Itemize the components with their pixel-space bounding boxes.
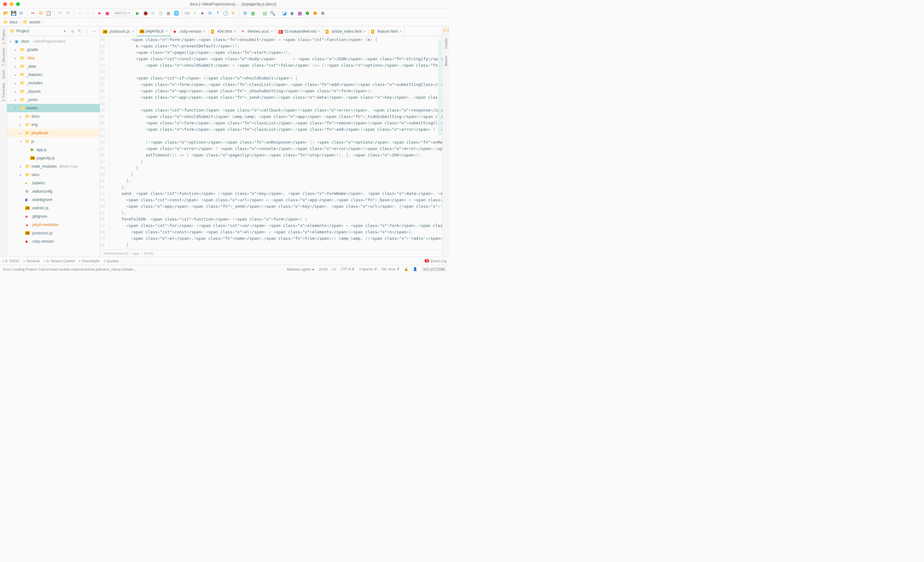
redo-icon[interactable]: ↷ [65,10,71,16]
gradle-tool[interactable]: Gradle [444,36,448,51]
minimize-icon[interactable]: — [92,29,97,33]
tool-project[interactable]: 1: Project [2,28,6,46]
inspector-icon[interactable]: 👤 [413,267,417,271]
back-icon[interactable]: ← [76,10,83,16]
maximize-window-button[interactable] [16,2,20,6]
tool-grunt[interactable]: Grunt [2,68,6,81]
run-config-selector[interactable]: WATCH▾ [112,10,133,16]
tree-item-gradle[interactable]: ▸📁.gradle [7,46,100,54]
cut-icon[interactable]: ✂ [30,10,36,16]
tree-item-idea[interactable]: ▸📁.idea [7,54,100,62]
cursor-position[interactable]: 20:60 [319,268,328,271]
tree-item-img[interactable]: ▸📁img [7,121,100,129]
save-icon[interactable]: 💾 [10,10,16,16]
line-sep[interactable]: LF [332,268,336,271]
more-icon[interactable]: ⋮ [85,29,90,33]
tree-item-js[interactable]: ▾📁js [7,137,100,145]
editor-scrollbar[interactable] [438,40,441,136]
undo-icon[interactable]: ↶ [57,10,63,16]
profile-icon[interactable]: ◷ [158,10,164,16]
debug-icon[interactable]: 🐞 [142,10,148,16]
tree-item-eslintrcjs[interactable]: JS.eslintrc.js [7,204,100,212]
tree-item-eslintignore[interactable]: ◐.eslintignore [7,196,100,204]
close-tab-icon[interactable]: × [399,29,402,34]
theme-indicator[interactable]: Material Lighter ● [287,268,314,271]
forward-icon[interactable]: → [84,10,91,16]
tree-item-_data[interactable]: ▸📁_data [7,62,100,70]
tab-404html[interactable]: 5404.html× [208,26,239,36]
tree-item-jekyllbuild[interactable]: ▸📁jekyllbuild [7,129,100,137]
tab-pageclipjs[interactable]: JSpageclip.js× [137,26,171,36]
tool-favorites[interactable]: 2: Favorites [2,81,6,103]
excel-icon[interactable]: ▤ [261,10,268,16]
coverage-icon[interactable]: ⊙ [150,10,156,16]
event-log-button[interactable]: 3 Event Log [424,259,447,263]
close-tab-icon[interactable]: × [203,29,206,34]
tool-c-icon[interactable]: ▦ [297,10,303,16]
git-commit-icon[interactable]: ➤ [199,10,206,16]
stop-icon[interactable]: ◼ [165,10,172,16]
git-update-icon[interactable]: ⟳ [207,10,213,16]
tool-f-icon[interactable]: ⬢ [320,10,326,16]
compile-icon[interactable]: ➤ [96,10,103,16]
tree-item-_includes[interactable]: ▸📁_includes [7,79,100,87]
warning-badge[interactable]: ⚡2 [442,28,450,33]
tool-6todo[interactable]: ▪6: TODO [3,259,19,263]
tool-quokka[interactable]: ▪Quokka [104,259,119,263]
settings-icon[interactable]: ⚙ [242,10,248,16]
tool-structure[interactable]: 7: Structure [2,46,6,68]
close-window-button[interactable] [3,2,7,6]
tab-article_indexhtml[interactable]: 5article_index.html× [323,26,369,36]
copy-icon[interactable]: ⧉ [38,10,44,16]
collapse-icon[interactable]: ⇱ [78,29,83,33]
status-message[interactable]: Error Loading Project: Cannot load modul… [3,268,136,271]
tree-item-postcssrcjs[interactable]: JS.postcssrc.js [7,229,100,237]
close-tab-icon[interactable]: × [318,29,321,34]
tab-themesscss[interactable]: ✶themes.scss× [239,26,276,36]
tool-b-icon[interactable]: ◉ [289,10,295,16]
tree-item-pageclipjs[interactable]: JSpageclip.js [7,154,100,162]
sync-icon[interactable]: ⟳ [18,10,24,16]
tree-item-appjs[interactable]: ⬢app.js [7,145,100,154]
encoding[interactable]: UTF-8 ⇵ [341,267,354,271]
code-editor[interactable]: 2829303132333435363738394041424344454647… [100,37,442,250]
tool-e-icon[interactable]: ⬢ [312,10,318,16]
close-tab-icon[interactable]: × [270,29,273,34]
tree-item-_posts[interactable]: ▸📁_posts [7,96,100,104]
tree-item-gitignore[interactable]: ◈.gitignore [7,212,100,221]
git-branch-icon[interactable]: ⑂ [192,10,198,16]
nav-root[interactable]: docs [10,20,18,24]
paste-icon[interactable]: 📋 [45,10,52,16]
indent[interactable]: 2 spaces ⇵ [359,267,377,271]
tree-item-assets[interactable]: ▾📁assets [7,104,100,112]
close-tab-icon[interactable]: × [363,29,366,34]
git-history-icon[interactable]: 🕐 [222,10,229,16]
tree-item-editorconfig[interactable]: ⚙.editorconfig [7,187,100,196]
tab-01lookandfeelmd[interactable]: M↓01-lookandfeel.md× [276,26,323,36]
close-tab-icon[interactable]: × [165,28,168,33]
tree-item-sass[interactable]: ▸📁sass [7,170,100,179]
tool-9versioncontrol[interactable]: ▪9: Version Control [44,259,74,263]
tool-checkstyle[interactable]: ▪CheckStyle [79,259,99,263]
run-icon[interactable]: ▶ [134,10,141,16]
tree-item-rubyversion[interactable]: ◆.ruby-version [7,237,100,245]
tree-item-node_modules[interactable]: ▸📁node_moduleslibrary root [7,162,100,170]
tree-item-docs[interactable]: ▸📁docs [7,112,100,121]
git-branch[interactable]: Git: docs ⇵ [381,267,399,271]
tool-d-icon[interactable]: ⬢ [304,10,310,16]
target-icon[interactable]: ◎ [71,29,76,33]
stop-build-icon[interactable]: ▣ [104,10,110,16]
tool-terminal[interactable]: ▪Terminal [24,259,39,263]
grid-icon[interactable]: ▦ [250,10,256,16]
maven-tool[interactable]: Maven [444,54,448,68]
git-revert-icon[interactable]: ↻ [230,10,237,16]
search-icon[interactable]: 🔍 [269,10,276,16]
memory[interactable]: 321 of 1733M [422,267,446,272]
tab-featurehtml[interactable]: 5feature.html× [369,26,405,36]
lock-icon[interactable]: 🔒 [404,267,408,271]
tab-postcssrcjs[interactable]: JS.postcssrc.js× [100,26,137,36]
tree-root[interactable]: ▾▣ docs ~/IdeaProjects/docs [7,37,100,46]
tree-item-_layouts[interactable]: ▸📁_layouts [7,87,100,96]
minimize-window-button[interactable] [10,2,14,6]
tool-a-icon[interactable]: ◪ [281,10,288,16]
